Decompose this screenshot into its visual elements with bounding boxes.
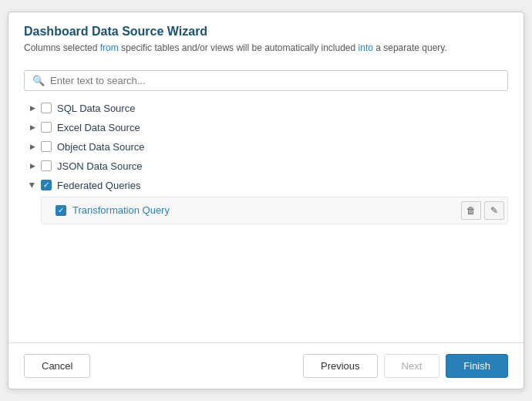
tree-item-excel[interactable]: ▶ Excel Data Source	[24, 118, 508, 137]
checkbox-json[interactable]	[41, 160, 52, 171]
tree-item-object[interactable]: ▶ Object Data Source	[24, 137, 508, 157]
arrow-icon-object: ▶	[27, 141, 38, 152]
checkbox-transformation[interactable]	[56, 205, 66, 216]
dialog-header: Dashboard Data Source Wizard Columns sel…	[8, 12, 524, 62]
child-actions: 🗑 ✎	[461, 201, 504, 220]
checkbox-object[interactable]	[41, 141, 52, 152]
label-json: JSON Data Source	[57, 160, 143, 172]
label-object: Object Data Source	[57, 141, 144, 153]
footer-left: Cancel	[24, 354, 90, 378]
label-sql: SQL Data Source	[57, 103, 135, 114]
dialog-subtitle: Columns selected from specific tables an…	[24, 42, 508, 55]
arrow-icon-excel: ▶	[27, 122, 38, 133]
arrow-icon-federated: ▶	[27, 180, 38, 190]
tree-container: ▶ SQL Data Source ▶ Excel Data Source ▶ …	[24, 99, 508, 335]
footer-right: Previous Next Finish	[303, 354, 508, 378]
previous-button[interactable]: Previous	[303, 354, 378, 378]
delete-button[interactable]: 🗑	[461, 201, 481, 220]
edit-button[interactable]: ✎	[484, 201, 504, 220]
dialog-body: 🔍 ▶ SQL Data Source ▶ Excel Data Source …	[8, 62, 524, 342]
search-box[interactable]: 🔍	[24, 70, 508, 91]
finish-button[interactable]: Finish	[446, 354, 508, 378]
search-icon: 🔍	[32, 75, 45, 86]
label-federated: Federated Queries	[57, 180, 140, 191]
label-transformation: Transformation Query	[72, 204, 461, 216]
tree-child-transformation[interactable]: Transformation Query 🗑 ✎	[41, 197, 508, 224]
search-input[interactable]	[50, 75, 500, 86]
tree-item-federated[interactable]: ▶ Federated Queries	[24, 176, 508, 195]
checkbox-sql[interactable]	[41, 103, 52, 113]
label-excel: Excel Data Source	[57, 122, 140, 133]
checkbox-federated[interactable]	[41, 180, 52, 190]
cancel-button[interactable]: Cancel	[24, 354, 90, 378]
federated-children: Transformation Query 🗑 ✎	[24, 197, 508, 224]
dialog-title: Dashboard Data Source Wizard	[24, 25, 508, 39]
checkbox-excel[interactable]	[41, 122, 52, 133]
arrow-icon-json: ▶	[27, 160, 38, 171]
tree-item-sql[interactable]: ▶ SQL Data Source	[24, 99, 508, 118]
next-button: Next	[384, 354, 440, 378]
arrow-icon-sql: ▶	[27, 103, 38, 113]
subtitle-into-highlight: into	[359, 42, 373, 53]
wizard-dialog: Dashboard Data Source Wizard Columns sel…	[8, 12, 524, 389]
tree-item-json[interactable]: ▶ JSON Data Source	[24, 157, 508, 176]
dialog-footer: Cancel Previous Next Finish	[8, 342, 524, 389]
subtitle-from-highlight: from	[100, 42, 119, 53]
